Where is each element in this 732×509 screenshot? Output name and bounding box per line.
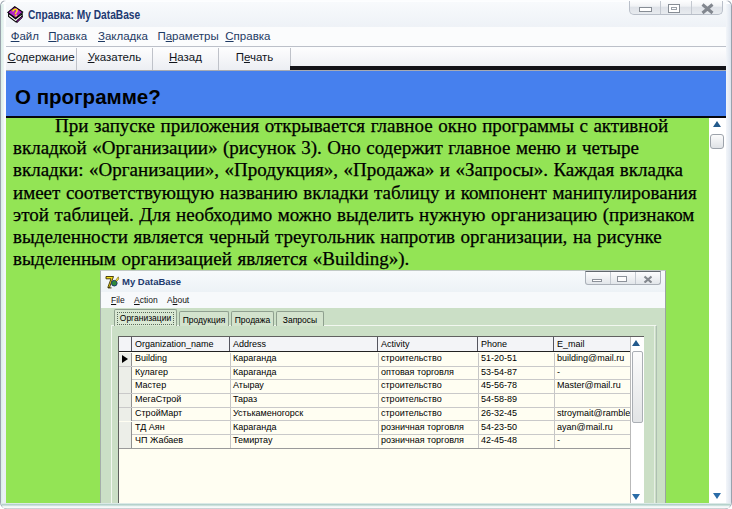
svg-text:?: ? xyxy=(11,6,21,19)
